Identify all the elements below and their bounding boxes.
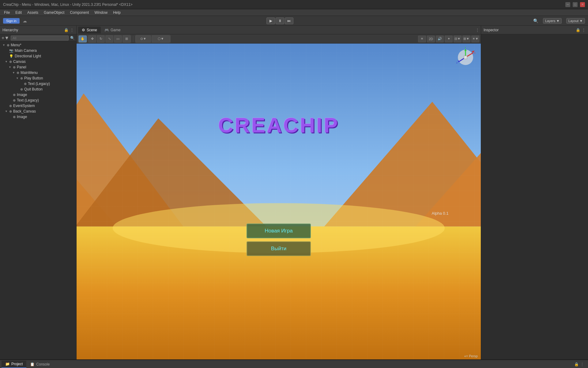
lock-icon[interactable]: 🔒: [64, 28, 69, 32]
gizmos-button[interactable]: ⊞▼: [462, 36, 470, 42]
menu-help[interactable]: Help: [111, 10, 123, 15]
backcanvas-icon: ⊕: [9, 109, 12, 113]
menu-file[interactable]: File: [2, 10, 12, 15]
menu-assets[interactable]: Assets: [25, 10, 41, 15]
console-tab-icon: 📋: [30, 362, 35, 366]
menu-component[interactable]: Component: [67, 10, 91, 15]
item-label: Back_Canvas: [13, 109, 36, 113]
bottom-lock-icon[interactable]: 🔒: [574, 362, 579, 366]
bottom-more-icon[interactable]: ⋮: [580, 362, 584, 366]
lighting-toggle[interactable]: ☀: [418, 36, 426, 42]
hierarchy-item-text-legacy-2[interactable]: ⊕ Text (Legacy): [0, 98, 76, 103]
pivot-button[interactable]: ⊙▼: [136, 36, 151, 42]
move-tool-button[interactable]: ✥: [88, 36, 96, 42]
game-tab[interactable]: 🎮 Game: [101, 27, 124, 33]
game-tab-icon: 🎮: [104, 28, 109, 32]
rect-tool-button[interactable]: ▭: [114, 36, 122, 42]
search-icon[interactable]: 🔍: [533, 18, 538, 23]
item-label: Main Camera: [15, 48, 37, 53]
item-label: Directional Light: [15, 54, 41, 58]
hierarchy-item-quit-button[interactable]: ⊕ Quit Button: [0, 86, 76, 92]
inspector-header: Inspector 🔒 ⋮: [481, 26, 588, 34]
item-label: Play Button: [24, 76, 43, 80]
hierarchy-item-play-button[interactable]: ▼ ⊕ Play Button: [0, 75, 76, 81]
2d-toggle[interactable]: 2D: [427, 36, 435, 42]
sign-in-button[interactable]: Sign in: [3, 18, 20, 24]
new-game-button[interactable]: Новая Игра: [247, 224, 311, 238]
inspector-header-icons: 🔒 ⋮: [576, 28, 586, 32]
pause-button[interactable]: ⏸: [276, 17, 284, 24]
add-hierarchy-button[interactable]: +▼: [2, 35, 9, 41]
more-scene-icon[interactable]: ⋮: [476, 28, 479, 32]
item-label: MainMenu: [21, 71, 38, 75]
hierarchy-item-panel[interactable]: ▼ ⊕ Panel: [0, 64, 76, 70]
scene-tab[interactable]: ⚙ Scene: [78, 27, 101, 33]
item-label: Text (Legacy): [28, 82, 50, 86]
hierarchy-item-mainmenu[interactable]: ▼ ⊕ MainMenu: [0, 70, 76, 75]
hand-tool-button[interactable]: ✋: [79, 36, 87, 42]
scene-viewport: CREACHIP Alpha 0.1 Новая Игра Выйти: [77, 44, 481, 359]
project-tab-label: Project: [11, 362, 23, 366]
hierarchy-item-canvas[interactable]: ▼ ⊕ Canvas: [0, 59, 76, 64]
chevron-down-icon: ▼: [556, 19, 560, 23]
play-button[interactable]: ▶: [266, 17, 275, 24]
mainmenu-icon: ⊕: [17, 71, 19, 75]
alpha-text: Alpha 0.1: [432, 211, 448, 216]
hierarchy-title: Hierarchy: [2, 28, 18, 32]
hierarchy-item-main-camera[interactable]: 📷 Main Camera: [0, 48, 76, 53]
menu-edit[interactable]: Edit: [13, 10, 24, 15]
project-tab-icon: 📁: [5, 362, 10, 366]
hierarchy-item-eventsystem[interactable]: ⊕ EventSystem: [0, 103, 76, 109]
window-controls: ─ □ ✕: [565, 2, 585, 7]
svg-text:X: X: [474, 52, 476, 54]
button-icon-2: ⊕: [20, 87, 23, 91]
close-button[interactable]: ✕: [580, 2, 585, 7]
item-label: Image: [17, 93, 27, 97]
persp-label: «= Persp: [464, 354, 478, 358]
layers-dropdown[interactable]: Layers ▼: [543, 18, 562, 24]
play-controls: ▶ ⏸ ⏭: [266, 17, 293, 24]
lock-inspector-icon[interactable]: 🔒: [576, 28, 580, 32]
fx-toggle[interactable]: ✦: [445, 36, 453, 42]
arrow-icon: ▼: [12, 71, 15, 74]
hierarchy-item-menu[interactable]: ▼ ⊕ Menu*: [0, 42, 76, 48]
scale-tool-button[interactable]: ⤡: [105, 36, 113, 42]
quit-button[interactable]: Выйти: [247, 241, 311, 256]
item-label: Menu*: [11, 43, 21, 47]
audio-toggle[interactable]: 🔊: [436, 36, 444, 42]
menu-window[interactable]: Window: [92, 10, 110, 15]
inspector-title: Inspector: [484, 28, 499, 32]
layout-dropdown[interactable]: Layout ▼: [566, 18, 585, 24]
hierarchy-item-image-2[interactable]: ⊕ Image: [0, 114, 76, 120]
item-label: EventSystem: [13, 104, 35, 108]
scene-view-mode[interactable]: ☀▼: [471, 36, 479, 42]
hierarchy-item-directional-light[interactable]: 💡 Directional Light: [0, 53, 76, 59]
hierarchy-search-input[interactable]: [11, 36, 69, 40]
gameobject-icon: ⊕: [7, 43, 9, 47]
panel-icon: ⊕: [13, 65, 16, 69]
project-tab[interactable]: 📁 Project: [2, 361, 26, 368]
game-tab-label: Game: [111, 28, 121, 32]
view-options[interactable]: ⊟▼: [454, 36, 462, 42]
menu-gameobject[interactable]: GameObject: [41, 10, 67, 15]
maximize-button[interactable]: □: [573, 2, 578, 7]
svg-text:Y: Y: [465, 47, 466, 49]
transform-tool-button[interactable]: ⊞: [123, 36, 130, 42]
inspector-panel: Inspector 🔒 ⋮: [481, 26, 588, 359]
button-icon: ⊕: [20, 76, 23, 80]
search-hierarchy-icon[interactable]: 🔍: [70, 36, 75, 40]
local-button[interactable]: ⬡▼: [152, 36, 170, 42]
console-tab[interactable]: 📋 Console: [26, 361, 53, 368]
canvas-icon: ⊕: [9, 60, 12, 64]
hierarchy-item-image-1[interactable]: ⊕ Image: [0, 92, 76, 98]
hierarchy-item-text-legacy-1[interactable]: ⊕ Text (Legacy): [0, 81, 76, 86]
more-icon[interactable]: ⋮: [70, 28, 74, 32]
step-button[interactable]: ⏭: [285, 17, 293, 24]
scene-tab-icon: ⚙: [82, 28, 85, 32]
hierarchy-header-icons: 🔒 ⋮: [64, 28, 74, 32]
minimize-button[interactable]: ─: [565, 2, 570, 7]
arrow-icon: ▼: [2, 44, 6, 47]
more-inspector-icon[interactable]: ⋮: [582, 28, 586, 32]
rotate-tool-button[interactable]: ↻: [97, 36, 105, 42]
hierarchy-item-back-canvas[interactable]: ▼ ⊕ Back_Canvas: [0, 109, 76, 114]
